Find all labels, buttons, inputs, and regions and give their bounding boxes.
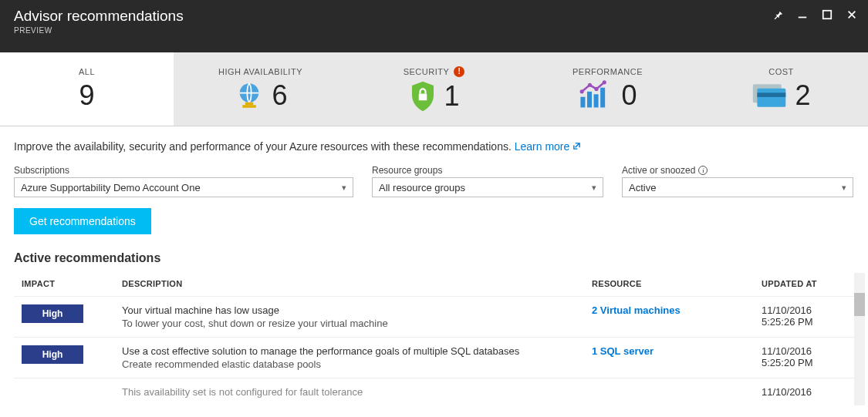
svg-point-11 (588, 82, 592, 86)
category-tabs: ALL 9 HIGH AVAILABILITY 6 SECURITY ! (0, 52, 868, 126)
row-subdescription: To lower your cost, shut down or resize … (122, 318, 576, 329)
updated-date: 11/10/2016 (762, 345, 846, 357)
tab-cost[interactable]: COST 2 (694, 52, 868, 126)
svg-rect-8 (594, 94, 599, 107)
svg-rect-3 (245, 102, 254, 105)
chart-icon (578, 80, 615, 111)
impact-badge: High (22, 304, 83, 323)
scrollbar[interactable] (854, 273, 865, 405)
svg-rect-6 (581, 96, 586, 107)
section-title: Active recommendations (14, 251, 854, 265)
tab-label: COST (768, 67, 794, 76)
updated-date: 11/10/2016 (762, 386, 846, 398)
tab-performance[interactable]: PERFORMANCE 0 (521, 52, 694, 126)
col-resource[interactable]: RESOURCE (584, 273, 754, 297)
tab-security[interactable]: SECURITY ! 1 (347, 52, 521, 126)
svg-point-12 (595, 86, 599, 90)
updated-time: 5:25:26 PM (762, 316, 846, 328)
get-recommendations-button[interactable]: Get recommendations (14, 208, 151, 234)
table-row[interactable]: High Your virtual machine has low usage … (14, 297, 854, 338)
col-description[interactable]: DESCRIPTION (114, 273, 584, 297)
tab-count: 9 (79, 79, 94, 112)
tab-all[interactable]: ALL 9 (0, 52, 174, 126)
page-title: Advisor recommendations (14, 8, 184, 25)
tab-label: ALL (79, 67, 95, 76)
intro-text: Improve the availability, security and p… (14, 140, 854, 153)
table-row[interactable]: This availability set is not configured … (14, 378, 854, 406)
tab-count: 0 (621, 79, 637, 112)
shield-icon (408, 80, 437, 113)
resource-groups-label: Resource groups (372, 165, 603, 176)
resource-link[interactable]: 2 Virtual machines (592, 304, 681, 316)
svg-rect-9 (601, 87, 606, 107)
svg-rect-7 (587, 91, 592, 107)
updated-time: 5:25:20 PM (762, 357, 846, 368)
status-select[interactable]: Active (622, 177, 853, 197)
external-link-icon (572, 140, 581, 153)
svg-point-13 (603, 80, 606, 84)
col-impact[interactable]: IMPACT (14, 273, 114, 297)
row-description: Your virtual machine has low usage (122, 304, 576, 316)
table-row[interactable]: High Use a cost effective solution to ma… (14, 338, 854, 378)
scrollbar-thumb[interactable] (854, 293, 865, 316)
tab-label: PERFORMANCE (572, 67, 643, 76)
credit-card-icon (751, 81, 789, 110)
recommendations-table: IMPACT DESCRIPTION RESOURCE UPDATED AT H… (14, 273, 854, 405)
globe-icon (233, 79, 265, 112)
svg-rect-4 (243, 105, 257, 108)
svg-rect-15 (758, 88, 786, 106)
tab-count: 2 (795, 79, 810, 112)
tab-count: 6 (272, 79, 287, 112)
row-description: Use a cost effective solution to manage … (122, 345, 576, 357)
subscriptions-label: Subscriptions (14, 165, 353, 176)
subscriptions-select[interactable]: Azure Supportability Demo Account One (14, 177, 353, 197)
tab-label: HIGH AVAILABILITY (218, 67, 302, 76)
updated-date: 11/10/2016 (762, 304, 846, 316)
resource-groups-select[interactable]: All resource groups (372, 177, 603, 197)
close-icon[interactable] (846, 9, 857, 20)
minimize-icon[interactable] (797, 9, 808, 20)
row-description: This availability set is not configured … (122, 386, 576, 398)
info-icon[interactable]: i (698, 166, 708, 175)
status-label: Active or snoozed i (622, 165, 853, 176)
svg-rect-16 (758, 92, 786, 97)
impact-badge: High (22, 345, 83, 364)
row-subdescription: Create recommended elastic database pool… (122, 358, 576, 370)
maximize-icon[interactable] (822, 9, 833, 20)
tab-high-availability[interactable]: HIGH AVAILABILITY 6 (174, 52, 347, 126)
window-controls (772, 8, 857, 20)
window-header: Advisor recommendations PREVIEW (0, 0, 868, 52)
svg-rect-0 (799, 17, 807, 18)
col-updated[interactable]: UPDATED AT (754, 273, 854, 297)
svg-rect-1 (823, 11, 832, 19)
alert-icon: ! (454, 66, 464, 77)
preview-badge: PREVIEW (14, 26, 184, 35)
tab-label: SECURITY ! (404, 66, 465, 77)
resource-link[interactable]: 1 SQL server (592, 345, 654, 357)
svg-rect-5 (419, 93, 427, 100)
tab-count: 1 (444, 80, 459, 113)
learn-more-link[interactable]: Learn more (515, 140, 582, 153)
pin-icon[interactable] (772, 9, 783, 20)
svg-point-10 (580, 89, 584, 93)
